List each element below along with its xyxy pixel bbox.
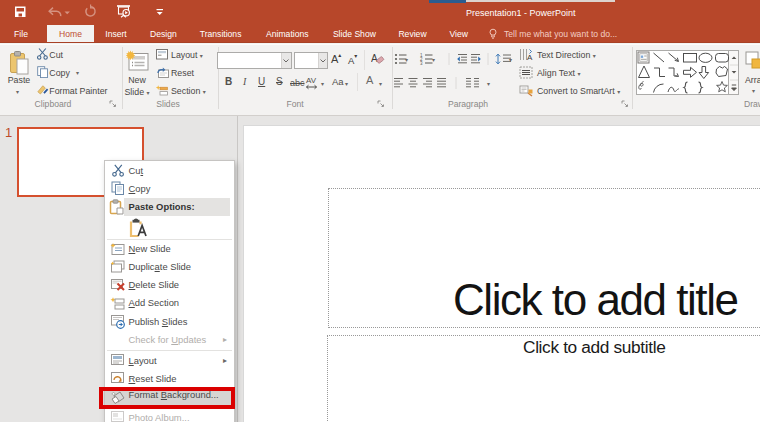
svg-text:3: 3 bbox=[420, 61, 423, 65]
svg-text:A: A bbox=[371, 53, 378, 64]
svg-text:A: A bbox=[527, 53, 533, 61]
